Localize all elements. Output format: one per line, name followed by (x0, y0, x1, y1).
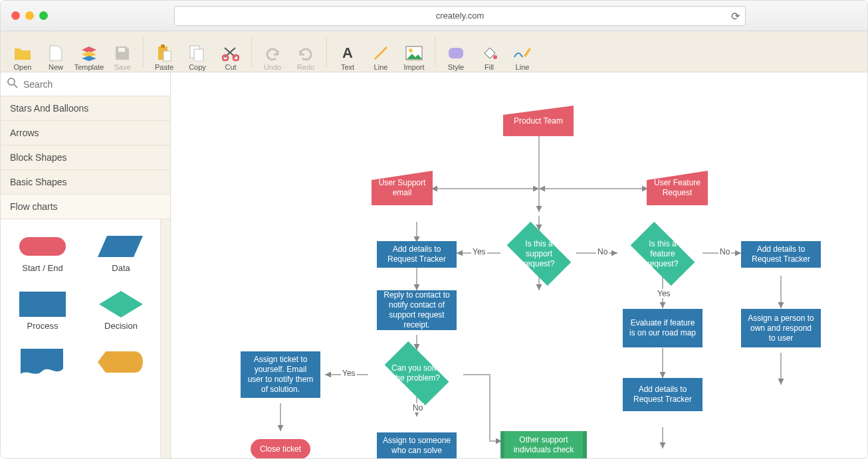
category-block-shapes[interactable]: Block Shapes (1, 145, 170, 170)
style-icon (447, 43, 465, 63)
url-text: creately.com (436, 11, 485, 21)
category-basic-shapes[interactable]: Basic Shapes (1, 170, 170, 195)
fill-button[interactable]: Fill (473, 33, 506, 71)
node-close-ticket[interactable]: Close ticket (251, 439, 310, 458)
body: Stars And Balloons Arrows Block Shapes B… (1, 72, 867, 458)
svg-marker-16 (99, 291, 143, 318)
save-button[interactable]: Save (106, 33, 139, 71)
redo-button[interactable]: Redo (289, 33, 322, 71)
svg-rect-0 (118, 48, 125, 52)
node-assign-person[interactable]: Assign a person to own and respond to us… (741, 309, 821, 347)
category-flow-charts[interactable]: Flow charts (1, 195, 170, 219)
clipboard-icon (157, 43, 171, 63)
paste-button[interactable]: Paste (148, 33, 181, 71)
line-style-button[interactable]: Line (506, 33, 539, 71)
file-icon (49, 43, 62, 63)
template-button[interactable]: Template (72, 33, 106, 71)
scrollbar-thumb[interactable] (162, 226, 169, 266)
node-add-details-2[interactable]: Add details to Request Tracker (741, 241, 821, 268)
svg-point-6 (223, 55, 228, 60)
search-icon (7, 78, 18, 90)
palette-display[interactable] (84, 345, 158, 379)
node-add-details-1[interactable]: Add details to Request Tracker (377, 241, 457, 268)
node-can-solve[interactable]: Can you solve the problem? (377, 350, 457, 397)
text-icon: A (342, 43, 353, 63)
node-user-feature-request[interactable]: User Feature Request (647, 171, 708, 205)
label-yes-2: Yes (656, 289, 672, 298)
text-button[interactable]: A Text (331, 33, 364, 71)
palette-document[interactable] (6, 345, 79, 379)
window-controls (11, 11, 48, 20)
svg-point-13 (8, 78, 15, 85)
import-button[interactable]: Import (397, 33, 431, 71)
canvas[interactable]: Product Team User Support email User Fea… (171, 72, 867, 458)
image-icon (405, 43, 423, 63)
svg-point-12 (493, 55, 497, 59)
node-user-support-email[interactable]: User Support email (372, 171, 433, 205)
minimize-window-button[interactable] (25, 11, 34, 20)
svg-rect-5 (194, 49, 203, 61)
toolbar: Open New Template Save Paste C (1, 31, 867, 72)
svg-rect-3 (163, 51, 171, 61)
app-window: creately.com ⟳ Open New Template Save (0, 0, 868, 459)
copy-button[interactable]: Copy (181, 33, 214, 71)
palette-data[interactable]: Data (84, 230, 158, 273)
palette-start-end[interactable]: Start / End (6, 230, 79, 273)
svg-rect-2 (161, 45, 165, 48)
undo-icon (265, 43, 280, 63)
close-window-button[interactable] (11, 11, 20, 20)
svg-rect-11 (449, 48, 463, 58)
redo-icon (298, 43, 314, 63)
folder-icon (14, 43, 31, 63)
pencil-icon (513, 43, 532, 63)
palette-process[interactable]: Process (6, 288, 79, 331)
fill-icon (481, 43, 498, 63)
node-reply-contact[interactable]: Reply to contact to notify contact of su… (377, 290, 457, 330)
url-bar[interactable]: creately.com ⟳ (174, 6, 746, 26)
svg-point-10 (409, 48, 413, 52)
svg-point-7 (233, 55, 239, 60)
node-product-team[interactable]: Product Team (503, 106, 574, 136)
svg-marker-15 (98, 236, 143, 257)
label-yes-1: Yes (471, 247, 487, 256)
cut-button[interactable]: Cut (214, 33, 247, 71)
line-icon (373, 43, 389, 63)
label-yes-3: Yes (341, 369, 357, 378)
node-other-support[interactable]: Other support individuals check (500, 431, 587, 458)
svg-line-8 (375, 47, 387, 59)
search (1, 72, 170, 96)
category-stars-balloons[interactable]: Stars And Balloons (1, 96, 170, 121)
label-no-1: No (596, 247, 609, 256)
node-evaluate-feature[interactable]: Evaluate if feature is on our road map (623, 309, 703, 347)
search-input[interactable] (22, 78, 163, 90)
sidebar: Stars And Balloons Arrows Block Shapes B… (1, 72, 171, 458)
label-no-2: No (718, 247, 731, 256)
undo-button[interactable]: Undo (256, 33, 289, 71)
reload-icon[interactable]: ⟳ (731, 10, 740, 23)
save-icon (115, 43, 130, 63)
node-add-details-3[interactable]: Add details to Request Tracker (623, 378, 703, 411)
node-is-feature[interactable]: Is this a feature request? (623, 230, 703, 277)
node-assign-ticket[interactable]: Assign ticket to yourself. Email user to… (241, 351, 320, 398)
line-button[interactable]: Line (364, 33, 397, 71)
maximize-window-button[interactable] (39, 11, 48, 20)
titlebar: creately.com ⟳ (1, 1, 867, 31)
node-assign-someone[interactable]: Assign to someone who can solve (377, 432, 457, 458)
style-button[interactable]: Style (439, 33, 473, 71)
scissors-icon (222, 43, 239, 63)
svg-line-14 (14, 84, 17, 88)
palette-decision[interactable]: Decision (84, 288, 158, 331)
open-button[interactable]: Open (6, 33, 39, 71)
node-is-support[interactable]: Is this a support request? (499, 230, 579, 277)
new-button[interactable]: New (39, 33, 72, 71)
layers-icon (80, 43, 98, 63)
category-arrows[interactable]: Arrows (1, 121, 170, 145)
shape-palette: Start / End Data Process Decision (1, 219, 170, 458)
copy-icon (189, 43, 205, 63)
label-no-3: No (411, 403, 424, 413)
